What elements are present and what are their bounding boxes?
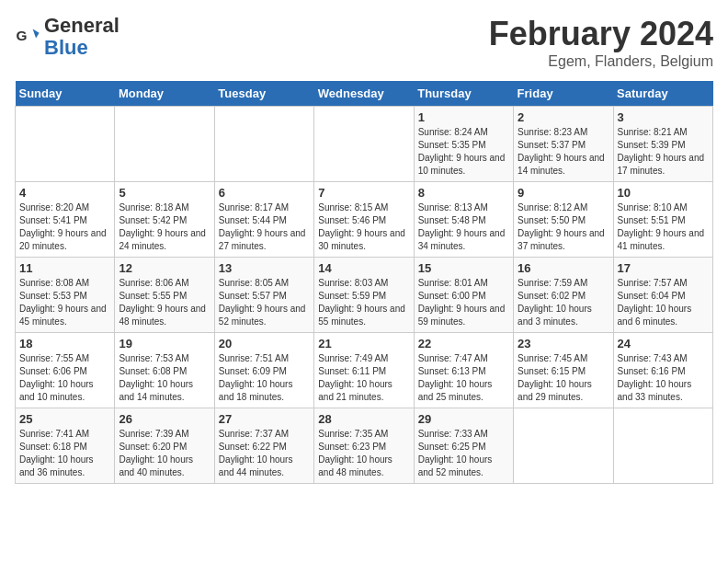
- day-number: 6: [219, 186, 310, 200]
- logo-icon: G: [15, 24, 40, 50]
- logo-blue: Blue: [44, 37, 119, 59]
- day-info: Sunrise: 8:01 AM Sunset: 6:00 PM Dayligh…: [418, 277, 509, 328]
- day-number: 4: [19, 186, 110, 200]
- calendar-cell: 10Sunrise: 8:10 AM Sunset: 5:51 PM Dayli…: [613, 182, 712, 258]
- day-info: Sunrise: 7:37 AM Sunset: 6:22 PM Dayligh…: [219, 428, 310, 479]
- day-info: Sunrise: 8:20 AM Sunset: 5:41 PM Dayligh…: [19, 201, 110, 253]
- day-info: Sunrise: 7:51 AM Sunset: 6:09 PM Dayligh…: [219, 352, 310, 404]
- day-number: 17: [618, 261, 709, 275]
- calendar-header-row: SundayMondayTuesdayWednesdayThursdayFrid…: [16, 81, 713, 107]
- header-day-wednesday: Wednesday: [314, 81, 414, 107]
- day-number: 24: [618, 337, 709, 350]
- calendar-cell: [16, 107, 115, 182]
- day-number: 14: [318, 261, 409, 275]
- day-number: 2: [518, 110, 609, 124]
- day-info: Sunrise: 7:45 AM Sunset: 6:15 PM Dayligh…: [518, 352, 609, 404]
- day-info: Sunrise: 8:13 AM Sunset: 5:48 PM Dayligh…: [418, 201, 509, 253]
- calendar-cell: 5Sunrise: 8:18 AM Sunset: 5:42 PM Daylig…: [115, 182, 214, 258]
- calendar-cell: 9Sunrise: 8:12 AM Sunset: 5:50 PM Daylig…: [514, 182, 613, 258]
- svg-text:G: G: [16, 28, 27, 43]
- day-number: 13: [219, 261, 310, 275]
- calendar-cell: 11Sunrise: 8:08 AM Sunset: 5:53 PM Dayli…: [16, 258, 115, 333]
- main-title: February 2024: [489, 15, 713, 53]
- day-number: 8: [418, 186, 509, 200]
- day-info: Sunrise: 7:55 AM Sunset: 6:06 PM Dayligh…: [19, 352, 110, 404]
- day-number: 15: [418, 261, 509, 275]
- day-info: Sunrise: 8:18 AM Sunset: 5:42 PM Dayligh…: [119, 201, 210, 253]
- day-info: Sunrise: 7:47 AM Sunset: 6:13 PM Dayligh…: [418, 352, 509, 404]
- calendar-cell: 14Sunrise: 8:03 AM Sunset: 5:59 PM Dayli…: [314, 258, 414, 333]
- calendar-cell: 24Sunrise: 7:43 AM Sunset: 6:16 PM Dayli…: [613, 333, 712, 408]
- day-info: Sunrise: 7:43 AM Sunset: 6:16 PM Dayligh…: [618, 352, 709, 404]
- calendar-cell: 16Sunrise: 7:59 AM Sunset: 6:02 PM Dayli…: [514, 258, 613, 333]
- day-number: 9: [518, 186, 609, 200]
- calendar-cell: 17Sunrise: 7:57 AM Sunset: 6:04 PM Dayli…: [613, 258, 712, 333]
- day-number: 1: [418, 110, 509, 124]
- calendar-cell: 7Sunrise: 8:15 AM Sunset: 5:46 PM Daylig…: [314, 182, 414, 258]
- day-number: 25: [19, 412, 110, 426]
- day-info: Sunrise: 8:03 AM Sunset: 5:59 PM Dayligh…: [318, 277, 409, 328]
- logo-text: General Blue: [44, 15, 119, 59]
- day-info: Sunrise: 8:10 AM Sunset: 5:51 PM Dayligh…: [618, 201, 709, 253]
- day-number: 23: [518, 337, 609, 350]
- calendar-week-1: 1Sunrise: 8:24 AM Sunset: 5:35 PM Daylig…: [16, 107, 713, 182]
- calendar-cell: 2Sunrise: 8:23 AM Sunset: 5:37 PM Daylig…: [514, 107, 613, 182]
- calendar-cell: 8Sunrise: 8:13 AM Sunset: 5:48 PM Daylig…: [414, 182, 513, 258]
- day-number: 7: [318, 186, 409, 200]
- calendar-cell: 26Sunrise: 7:39 AM Sunset: 6:20 PM Dayli…: [115, 408, 214, 484]
- calendar-cell: [115, 107, 214, 182]
- day-number: 22: [418, 337, 509, 350]
- day-info: Sunrise: 7:53 AM Sunset: 6:08 PM Dayligh…: [119, 352, 210, 404]
- calendar-cell: 27Sunrise: 7:37 AM Sunset: 6:22 PM Dayli…: [214, 408, 313, 484]
- day-info: Sunrise: 8:12 AM Sunset: 5:50 PM Dayligh…: [518, 201, 609, 253]
- calendar-cell: [613, 408, 712, 484]
- calendar-week-5: 25Sunrise: 7:41 AM Sunset: 6:18 PM Dayli…: [16, 408, 713, 484]
- header-day-monday: Monday: [115, 81, 214, 107]
- logo-general: General: [44, 15, 119, 37]
- header-day-sunday: Sunday: [16, 81, 115, 107]
- calendar-table: SundayMondayTuesdayWednesdayThursdayFrid…: [15, 81, 713, 484]
- calendar-cell: 23Sunrise: 7:45 AM Sunset: 6:15 PM Dayli…: [514, 333, 613, 408]
- day-info: Sunrise: 8:06 AM Sunset: 5:55 PM Dayligh…: [119, 277, 210, 328]
- day-number: 19: [119, 337, 210, 350]
- day-number: 26: [119, 412, 210, 426]
- day-info: Sunrise: 7:57 AM Sunset: 6:04 PM Dayligh…: [618, 277, 709, 328]
- day-info: Sunrise: 8:24 AM Sunset: 5:35 PM Dayligh…: [418, 126, 509, 178]
- day-number: 16: [518, 261, 609, 275]
- day-number: 3: [618, 110, 709, 124]
- day-number: 18: [19, 337, 110, 350]
- day-info: Sunrise: 8:21 AM Sunset: 5:39 PM Dayligh…: [618, 126, 709, 178]
- svg-marker-1: [33, 29, 40, 39]
- calendar-cell: [214, 107, 313, 182]
- calendar-cell: 6Sunrise: 8:17 AM Sunset: 5:44 PM Daylig…: [214, 182, 313, 258]
- day-info: Sunrise: 7:41 AM Sunset: 6:18 PM Dayligh…: [19, 428, 110, 479]
- header-day-thursday: Thursday: [414, 81, 513, 107]
- day-number: 29: [418, 412, 509, 426]
- header: G General Blue February 2024 Egem, Fland…: [15, 15, 713, 70]
- calendar-cell: 19Sunrise: 7:53 AM Sunset: 6:08 PM Dayli…: [115, 333, 214, 408]
- day-number: 12: [119, 261, 210, 275]
- calendar-week-4: 18Sunrise: 7:55 AM Sunset: 6:06 PM Dayli…: [16, 333, 713, 408]
- calendar-cell: 29Sunrise: 7:33 AM Sunset: 6:25 PM Dayli…: [414, 408, 513, 484]
- calendar-cell: 12Sunrise: 8:06 AM Sunset: 5:55 PM Dayli…: [115, 258, 214, 333]
- calendar-cell: 15Sunrise: 8:01 AM Sunset: 6:00 PM Dayli…: [414, 258, 513, 333]
- header-day-friday: Friday: [514, 81, 613, 107]
- calendar-cell: 13Sunrise: 8:05 AM Sunset: 5:57 PM Dayli…: [214, 258, 313, 333]
- header-day-saturday: Saturday: [613, 81, 712, 107]
- day-number: 11: [19, 261, 110, 275]
- calendar-week-2: 4Sunrise: 8:20 AM Sunset: 5:41 PM Daylig…: [16, 182, 713, 258]
- day-info: Sunrise: 8:05 AM Sunset: 5:57 PM Dayligh…: [219, 277, 310, 328]
- day-number: 21: [318, 337, 409, 350]
- calendar-week-3: 11Sunrise: 8:08 AM Sunset: 5:53 PM Dayli…: [16, 258, 713, 333]
- calendar-cell: 1Sunrise: 8:24 AM Sunset: 5:35 PM Daylig…: [414, 107, 513, 182]
- calendar-cell: [314, 107, 414, 182]
- day-number: 28: [318, 412, 409, 426]
- day-info: Sunrise: 8:17 AM Sunset: 5:44 PM Dayligh…: [219, 201, 310, 253]
- title-section: February 2024 Egem, Flanders, Belgium: [489, 15, 713, 70]
- calendar-cell: 3Sunrise: 8:21 AM Sunset: 5:39 PM Daylig…: [613, 107, 712, 182]
- calendar-cell: 18Sunrise: 7:55 AM Sunset: 6:06 PM Dayli…: [16, 333, 115, 408]
- calendar-cell: 20Sunrise: 7:51 AM Sunset: 6:09 PM Dayli…: [214, 333, 313, 408]
- day-info: Sunrise: 8:08 AM Sunset: 5:53 PM Dayligh…: [19, 277, 110, 328]
- day-info: Sunrise: 8:15 AM Sunset: 5:46 PM Dayligh…: [318, 201, 409, 253]
- calendar-cell: 25Sunrise: 7:41 AM Sunset: 6:18 PM Dayli…: [16, 408, 115, 484]
